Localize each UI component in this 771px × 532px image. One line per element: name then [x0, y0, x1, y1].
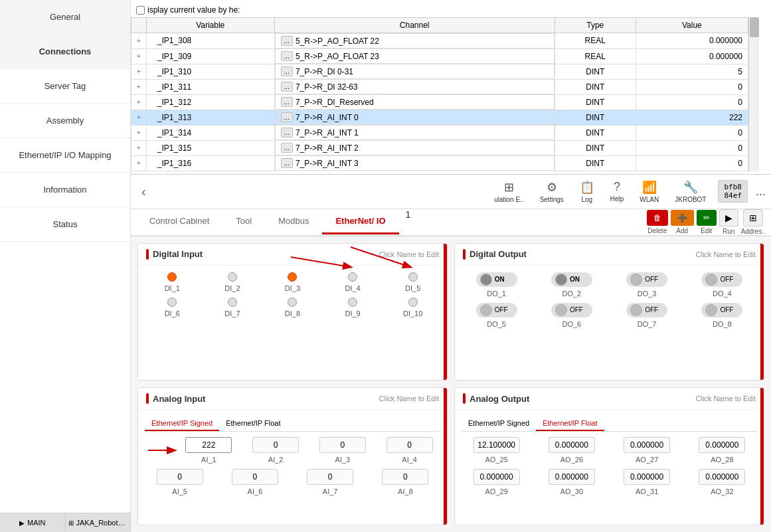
- table-row[interactable]: + _IP1_311 ... 7_P->R_DI 32-63 DINT 0: [131, 79, 748, 94]
- ao-input-ao_31[interactable]: [624, 469, 670, 485]
- do-item-do_3[interactable]: OFF DO_3: [612, 272, 682, 298]
- sidebar-item-server-tag[interactable]: Server Tag: [0, 69, 130, 104]
- ao-input-ao_26[interactable]: [549, 437, 595, 453]
- settings-button[interactable]: ⚙ Settings: [536, 177, 568, 206]
- digital-input-row2: DI_6 DI_7 DI_8 DI_9 DI_10: [145, 298, 440, 317]
- do-item-do_7[interactable]: OFF DO_7: [612, 303, 682, 328]
- di-item-di_10[interactable]: DI_10: [385, 298, 440, 317]
- do-item-do_2[interactable]: ON DO_2: [537, 272, 606, 298]
- ai-input-ai_4[interactable]: [386, 437, 433, 453]
- toggle-do_3[interactable]: OFF: [626, 272, 667, 287]
- jkrobot-button[interactable]: 🔧 JKROBOT: [671, 177, 710, 206]
- display-checkbox-label[interactable]: isplay current value by he:: [136, 5, 240, 15]
- table-row[interactable]: + _IP1_308 ... 5_R->P_AO_FLOAT 22 REAL 0…: [131, 33, 748, 49]
- nav-back-button[interactable]: ‹: [136, 181, 151, 202]
- di-item-di_2[interactable]: DI_2: [205, 272, 260, 292]
- ao-input-ao_32[interactable]: [699, 469, 745, 485]
- channel-button[interactable]: ...: [281, 97, 293, 107]
- channel-button[interactable]: ...: [281, 112, 293, 122]
- table-row[interactable]: + _IP1_313 ... 7_P->R_AI_INT 0 DINT 222: [131, 110, 748, 125]
- help-button[interactable]: ? Help: [606, 177, 628, 205]
- table-row[interactable]: + _IP1_309 ... 5_R->P_AO_FLOAT 23 REAL 0…: [131, 48, 748, 64]
- tab-ethernet-io[interactable]: EtherNet/ IO: [322, 209, 398, 234]
- ao-tab-float[interactable]: Ethernet/IP Float: [536, 416, 604, 431]
- channel-button[interactable]: ...: [281, 51, 293, 61]
- toggle-do_1[interactable]: ON: [476, 272, 517, 287]
- di-item-di_6[interactable]: DI_6: [145, 298, 200, 317]
- tab-modbus[interactable]: Modbus: [265, 209, 322, 234]
- sidebar-item-general[interactable]: General: [0, 0, 130, 35]
- do-item-do_8[interactable]: OFF DO_8: [687, 303, 757, 328]
- analog-tab-float[interactable]: Ethernet/IP Float: [219, 416, 287, 431]
- sidebar-item-connections[interactable]: Connections: [0, 35, 130, 69]
- do-scrollbar[interactable]: [760, 244, 764, 381]
- channel-button[interactable]: ...: [281, 82, 293, 92]
- address-button[interactable]: ⊞: [743, 209, 763, 226]
- table-row[interactable]: + _IP1_310 ... 7_P->R_DI 0-31 DINT 5: [131, 64, 748, 79]
- sidebar-item-information[interactable]: Information: [0, 173, 130, 207]
- toggle-do_5[interactable]: OFF: [476, 303, 517, 317]
- toggle-do_6[interactable]: OFF: [551, 303, 592, 317]
- ai-input-ai_1[interactable]: [185, 437, 232, 453]
- ao-input-ao_28[interactable]: [699, 437, 745, 453]
- ao-scrollbar[interactable]: [760, 388, 764, 525]
- display-checkbox[interactable]: [136, 6, 145, 15]
- ai-input-ai_6[interactable]: [232, 469, 278, 485]
- ao-input-ao_30[interactable]: [549, 469, 595, 485]
- channel-button[interactable]: ...: [281, 143, 293, 153]
- table-row[interactable]: + _IP1_316 ... 7_P->R_AI_INT 3 DINT 0: [131, 155, 748, 171]
- tab-jaka[interactable]: ⊞ JAKA_Robot_Eth: [66, 513, 131, 532]
- di-item-di_3[interactable]: DI_3: [265, 272, 320, 292]
- toggle-do_8[interactable]: OFF: [701, 303, 742, 317]
- tab-tool[interactable]: Tool: [222, 209, 265, 234]
- ai-input-ai_3[interactable]: [319, 437, 366, 453]
- log-button[interactable]: 📋 Log: [576, 177, 598, 206]
- do-item-do_5[interactable]: OFF DO_5: [462, 303, 531, 328]
- table-scrollbar[interactable]: [748, 17, 759, 171]
- toggle-do_7[interactable]: OFF: [626, 303, 667, 317]
- led-di_5: [408, 272, 418, 282]
- di-item-di_5[interactable]: DI_5: [385, 272, 440, 292]
- ai-input-ai_2[interactable]: [252, 437, 299, 453]
- di-item-di_8[interactable]: DI_8: [265, 298, 320, 317]
- toggle-do_4[interactable]: OFF: [701, 272, 742, 287]
- channel-button[interactable]: ...: [281, 66, 293, 76]
- table-row[interactable]: + _IP1_315 ... 7_P->R_AI_INT 2 DINT 0: [131, 140, 748, 155]
- di-item-di_4[interactable]: DI_4: [325, 272, 381, 292]
- di-item-di_1[interactable]: DI_1: [145, 272, 200, 292]
- sidebar-item-assembly[interactable]: Assembly: [0, 104, 130, 138]
- ai-input-ai_8[interactable]: [382, 469, 428, 485]
- more-options-button[interactable]: ...: [756, 185, 766, 199]
- ao-input-ao_29[interactable]: [473, 469, 520, 485]
- di-scrollbar[interactable]: [444, 244, 447, 381]
- ai-input-ai_7[interactable]: [307, 469, 353, 485]
- simulation-button[interactable]: ⊞ ulation E..: [490, 177, 527, 206]
- delete-button[interactable]: 🗑: [647, 210, 668, 226]
- do-item-do_6[interactable]: OFF DO_6: [537, 303, 606, 328]
- table-row[interactable]: + _IP1_314 ... 7_P->R_AI_INT 1 DINT 0: [131, 125, 748, 140]
- do-item-do_1[interactable]: ON DO_1: [462, 272, 531, 298]
- toggle-do_2[interactable]: ON: [551, 272, 592, 287]
- sidebar-item-ethernet-ip[interactable]: Ethernet/IP I/O Mapping: [0, 138, 130, 173]
- ao-input-ao_25[interactable]: [473, 437, 520, 453]
- channel-button[interactable]: ...: [281, 36, 293, 46]
- tab-main[interactable]: ▶ MAIN: [0, 513, 66, 532]
- analog-tab-signed[interactable]: Ethernet/IP Signed: [145, 416, 219, 431]
- ao-tab-signed[interactable]: Ethernet/IP Signed: [462, 416, 536, 431]
- ai-scrollbar[interactable]: [444, 388, 447, 525]
- sidebar-item-status[interactable]: Status: [0, 207, 130, 242]
- di-item-di_7[interactable]: DI_7: [205, 298, 260, 317]
- table-row[interactable]: + _IP1_312 ... 7_P->R_DI_Reserved DINT 0: [131, 94, 748, 110]
- channel-button[interactable]: ...: [281, 128, 293, 137]
- channel-button[interactable]: ...: [281, 158, 293, 168]
- col-type: Type: [555, 18, 636, 33]
- wlan-button[interactable]: 📶 WLAN: [636, 177, 663, 206]
- di-item-di_9[interactable]: DI_9: [325, 298, 381, 317]
- edit-button[interactable]: ✏: [697, 210, 717, 226]
- ao-input-ao_27[interactable]: [624, 437, 670, 453]
- do-item-do_4[interactable]: OFF DO_4: [687, 272, 757, 298]
- tab-control-cabinet[interactable]: Control Cabinet: [136, 209, 222, 234]
- run-button[interactable]: ▶: [719, 209, 738, 226]
- add-button[interactable]: ➕: [671, 210, 694, 226]
- ai-input-ai_5[interactable]: [157, 469, 203, 485]
